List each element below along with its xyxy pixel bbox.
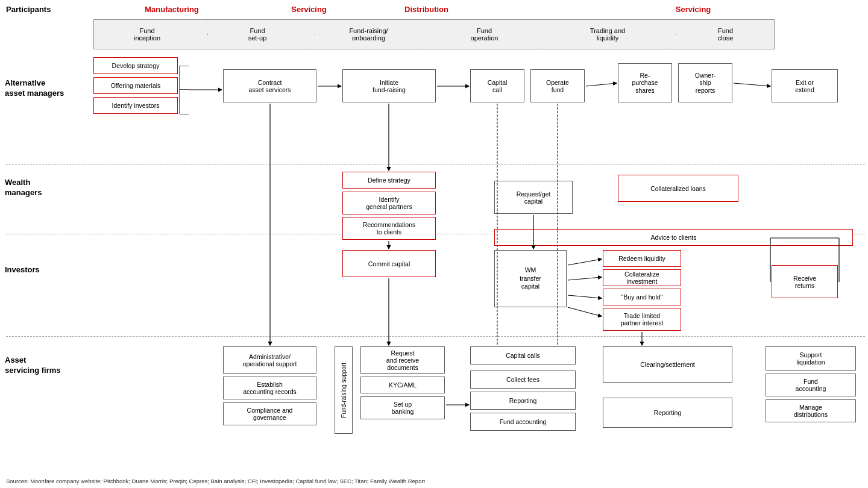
servicing-label-1: Servicing (250, 5, 368, 14)
manufacturing-label: Manufacturing (93, 5, 250, 14)
box-initiate-fundraising: Initiatefund-raising (342, 69, 436, 102)
box-wm-transfer-capital: WMtransfercapital (494, 250, 567, 307)
participant-asset-servicing: Assetservicing firms (5, 355, 61, 376)
participant-investors: Investors (5, 265, 40, 274)
separator-1 (6, 164, 865, 165)
svg-line-10 (568, 277, 602, 280)
bracket-line (179, 66, 180, 114)
box-request-get-capital: Request/getcapital (494, 181, 573, 214)
box-identify-general-partners: Identifygeneral partners (342, 192, 436, 214)
svg-line-3 (586, 83, 617, 86)
box-redeem-liquidity: Redeem liquidity (603, 250, 681, 267)
box-collateralized-loans: Collateralized loans (618, 175, 738, 202)
box-fundraising-support: Fund-raising support (335, 346, 353, 434)
box-fund-accounting-close: Fundaccounting (766, 374, 856, 396)
box-support-liquidation: Supportliquidation (766, 346, 856, 371)
box-buy-and-hold: "Buy and hold" (603, 289, 681, 305)
box-develop-strategy: Develop strategy (93, 57, 178, 74)
box-request-receive-docs: Requestand receivedocuments (360, 346, 445, 374)
bracket-bottom (180, 114, 189, 114)
box-collateralize-investment: Collateralizeinvestment (603, 269, 681, 286)
box-reporting-trading: Reporting (603, 398, 732, 428)
phase-fund-close: Fundclose (669, 19, 775, 49)
box-compliance-governance: Compliance andgovernance (223, 402, 316, 425)
svg-line-11 (568, 295, 602, 298)
phase-fundraising: Fund-raising/onboarding (307, 19, 430, 49)
box-establish-accounting: Establishaccounting records (223, 377, 316, 399)
box-manage-distributions: Managedistributions (766, 399, 856, 422)
box-ownership-reports: Owner-shipreports (678, 63, 732, 102)
phase-fund-inception: Fund inception (93, 19, 208, 49)
box-operate-fund: Operatefund (530, 69, 585, 102)
box-define-strategy: Define strategy (342, 172, 436, 189)
box-set-up-banking: Set upbanking (360, 396, 445, 419)
box-contract-asset-servicers: Contractasset servicers (223, 69, 316, 102)
box-collect-fees: Collect fees (470, 371, 576, 389)
box-capital-calls: Capital calls (470, 346, 576, 364)
participants-header: Participants (6, 5, 51, 14)
participant-wealth-managers: Wealthmanagers (5, 178, 42, 198)
phase-trading-liquidity: Trading andliquidity (538, 19, 677, 49)
phase-fund-operation: Fundoperation (423, 19, 546, 49)
box-offering-materials: Offering materials (93, 77, 178, 94)
diagram-container: Participants Manufacturing Servicing Dis… (0, 0, 868, 488)
servicing-label-2: Servicing (533, 5, 853, 14)
participant-alt-managers: Alternativeasset managers (5, 78, 64, 99)
box-recommendations-clients: Recommendationsto clients (342, 217, 436, 240)
box-commit-capital: Commit capital (342, 250, 436, 277)
bracket-top (180, 66, 189, 66)
box-reporting-fund-op: Reporting (470, 392, 576, 410)
box-admin-support: Administrative/operational support (223, 346, 316, 374)
source-note: Sources: Moonfare company website; Pitch… (6, 478, 425, 484)
phase-fund-setup: Fundset-up (200, 19, 315, 49)
box-receive-returns: Receivereturns (772, 265, 838, 298)
box-repurchase-shares: Re-purchaseshares (618, 63, 672, 102)
box-clearing-settlement: Clearing/settlement (603, 346, 732, 383)
bracket-mid (180, 89, 189, 90)
box-trade-limited-partner: Trade limitedpartner interest (603, 308, 681, 331)
box-capital-call: Capitalcall (470, 69, 524, 102)
separator-3 (6, 336, 865, 337)
box-fund-accounting-op: Fund accounting (470, 413, 576, 431)
box-kyc-aml: KYC/AML (360, 377, 445, 393)
box-advice-to-clients: Advice to clients (494, 229, 853, 246)
distribution-label: Distribution (368, 5, 485, 14)
box-identify-investors: Identify investors (93, 97, 178, 114)
svg-line-12 (568, 307, 602, 316)
svg-line-9 (568, 259, 602, 265)
svg-line-14 (734, 83, 770, 86)
box-exit-or-extend: Exit orextend (772, 69, 838, 102)
